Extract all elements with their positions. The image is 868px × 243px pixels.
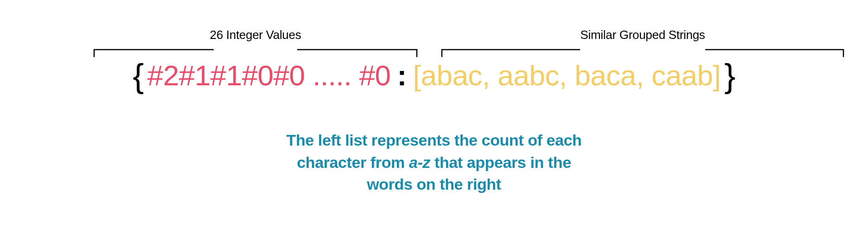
key-text: #2#1#1#0#0 ..... #0 — [147, 61, 391, 90]
caption-line2b: that appears in the — [430, 153, 571, 171]
right-bracket-group: Similar Grouped Strings — [441, 28, 844, 57]
left-bracket-icon — [93, 45, 418, 57]
caption-line2a: character from — [297, 153, 409, 171]
caption-line3: words on the right — [367, 175, 501, 193]
value-text: [abac, aabc, baca, caab] — [413, 61, 721, 90]
colon-separator: : — [391, 61, 413, 90]
open-brace: { — [129, 59, 147, 92]
left-bracket-group: 26 Integer Values — [93, 28, 418, 57]
right-bracket-label: Similar Grouped Strings — [580, 28, 705, 42]
caption-text: The left list represents the count of ea… — [287, 129, 582, 196]
left-bracket-label: 26 Integer Values — [210, 28, 301, 42]
caption-line1: The left list represents the count of ea… — [287, 131, 582, 149]
bracket-labels-row: 26 Integer Values Similar Grouped String… — [24, 28, 844, 57]
expression-row: { #2#1#1#0#0 ..... #0 : [abac, aabc, bac… — [129, 59, 739, 92]
diagram-container: 26 Integer Values Similar Grouped String… — [0, 28, 868, 196]
right-bracket-icon — [441, 45, 844, 57]
close-brace: } — [721, 59, 739, 92]
caption-italic: a-z — [409, 153, 430, 171]
